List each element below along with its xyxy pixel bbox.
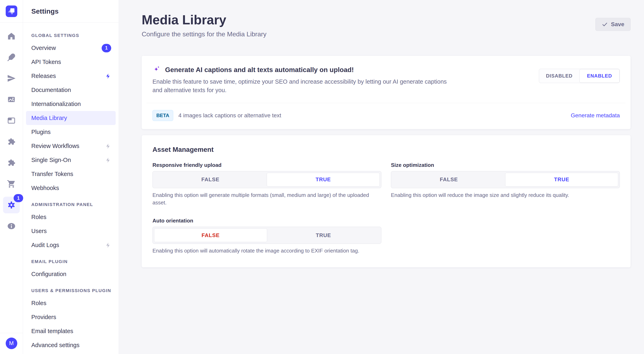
sidebar-item-internationalization[interactable]: Internationalization (26, 97, 116, 111)
sidebar-item-review-workflows[interactable]: Review Workflows (26, 139, 116, 153)
sidebar-item-email-configuration[interactable]: Configuration (26, 267, 116, 281)
lightning-icon (105, 242, 111, 248)
ai-captions-card: Generate AI captions and alt texts autom… (142, 56, 630, 129)
puzzle-icon[interactable] (0, 131, 23, 152)
asset-management-card: Asset Management Responsive friendly upl… (142, 135, 630, 267)
field-label: Size optimization (391, 162, 620, 168)
section-label: Administration panel (31, 202, 116, 207)
sidebar-title: Settings (31, 7, 58, 15)
beta-row: BETA 4 images lack captions or alternati… (142, 103, 630, 129)
missing-captions-status: 4 images lack captions or alternative te… (178, 112, 281, 119)
rail-footer: M (0, 333, 23, 354)
section-label: Email plugin (31, 259, 116, 264)
settings-notification-badge: 1 (14, 194, 23, 202)
sidebar-item-providers[interactable]: Providers (26, 310, 116, 324)
settings-nav: Global settings Overview 1 API Tokens Re… (23, 23, 119, 352)
item-label: Internationalization (31, 101, 81, 107)
item-label: Email templates (31, 328, 73, 335)
save-button-label: Save (611, 21, 624, 28)
responsive-upload-toggle: FALSE TRUE (152, 171, 381, 188)
item-label: Overview (31, 45, 56, 51)
section-email-plugin: Email plugin Configuration (26, 259, 116, 281)
sidebar-item-api-tokens[interactable]: API Tokens (26, 55, 116, 69)
item-label: Plugins (31, 129, 50, 135)
field-hint: Enabling this option will automatically … (152, 247, 381, 255)
settings-rail-item[interactable]: 1 (0, 194, 23, 215)
toggle-option-false[interactable]: FALSE (392, 173, 505, 186)
sidebar-item-up-roles[interactable]: Roles (26, 296, 116, 310)
info-icon[interactable] (0, 215, 23, 237)
ai-banner-title-text: Generate AI captions and alt texts autom… (165, 66, 354, 74)
strapi-logo[interactable] (6, 5, 17, 17)
toggle-option-true[interactable]: TRUE (267, 173, 380, 186)
toggle-option-true[interactable]: TRUE (505, 173, 618, 186)
sidebar-item-single-sign-on[interactable]: Single Sign-On (26, 153, 116, 167)
sidebar-item-users[interactable]: Users (26, 224, 116, 238)
item-label: Releases (31, 73, 56, 79)
user-avatar[interactable]: M (6, 338, 17, 349)
sidebar-item-plugins[interactable]: Plugins (26, 125, 116, 139)
page-subtitle: Configure the settings for the Media Lib… (142, 30, 266, 38)
item-label: Audit Logs (31, 242, 59, 248)
field-hint: Enabling this option will generate multi… (152, 191, 381, 207)
check-icon (602, 21, 608, 27)
toggle-option-true[interactable]: TRUE (267, 228, 380, 242)
item-label: Users (31, 228, 47, 234)
page-title: Media Library (142, 12, 266, 28)
item-label: Roles (31, 214, 46, 220)
puzzle-icon[interactable] (0, 152, 23, 173)
layout-icon[interactable] (0, 110, 23, 131)
section-users-permissions-plugin: Users & Permissions plugin Roles Provide… (26, 288, 116, 352)
settings-sidebar: Settings Global settings Overview 1 API … (23, 0, 119, 354)
cart-icon[interactable] (0, 173, 23, 194)
field-size-optimization: Size optimization FALSE TRUE Enabling th… (391, 162, 620, 207)
item-label: Roles (31, 300, 46, 307)
gear-icon (7, 200, 16, 209)
ai-banner-description: Enable this feature to save time, optimi… (152, 77, 453, 94)
feather-icon[interactable] (0, 47, 23, 68)
sidebar-item-releases[interactable]: Releases (26, 69, 116, 83)
sidebar-item-overview[interactable]: Overview 1 (26, 41, 116, 55)
item-label: Documentation (31, 87, 71, 93)
sidebar-item-webhooks[interactable]: Webhooks (26, 181, 116, 195)
sidebar-header: Settings (23, 0, 119, 23)
paper-plane-icon[interactable] (0, 68, 23, 89)
toggle-option-false[interactable]: FALSE (154, 228, 267, 242)
generate-metadata-link[interactable]: Generate metadata (571, 112, 620, 119)
sidebar-item-documentation[interactable]: Documentation (26, 83, 116, 97)
asset-management-grid: Responsive friendly upload FALSE TRUE En… (152, 162, 620, 255)
media-icon[interactable] (0, 89, 23, 110)
main-content: Media Library Configure the settings for… (119, 0, 644, 354)
sidebar-item-email-templates[interactable]: Email templates (26, 324, 116, 338)
sidebar-item-media-library[interactable]: Media Library (26, 111, 116, 125)
lightning-icon (105, 73, 111, 79)
item-label: Single Sign-On (31, 157, 71, 164)
sidebar-item-audit-logs[interactable]: Audit Logs (26, 238, 116, 252)
section-administration-panel: Administration panel Roles Users Audit L… (26, 202, 116, 252)
section-global-settings: Global settings Overview 1 API Tokens Re… (26, 33, 116, 195)
toggle-option-false[interactable]: FALSE (154, 173, 267, 186)
auto-orientation-toggle: FALSE TRUE (152, 227, 381, 244)
item-label: Configuration (31, 271, 66, 277)
save-button[interactable]: Save (596, 18, 630, 31)
ai-banner-text: Generate AI captions and alt texts autom… (152, 66, 453, 94)
toggle-option-enabled[interactable]: ENABLED (579, 69, 620, 83)
lightning-icon (105, 143, 111, 149)
rail-nav: 1 (0, 25, 23, 237)
beta-badge: BETA (152, 110, 173, 121)
item-label: Providers (31, 314, 56, 321)
toggle-option-disabled[interactable]: DISABLED (539, 69, 579, 83)
field-label: Responsive friendly upload (152, 162, 381, 168)
home-icon[interactable] (0, 25, 23, 47)
sidebar-item-admin-roles[interactable]: Roles (26, 210, 116, 224)
strapi-logo-icon (6, 5, 17, 17)
item-label: Advanced settings (31, 342, 80, 349)
lightning-icon (105, 157, 111, 163)
field-responsive-friendly-upload: Responsive friendly upload FALSE TRUE En… (152, 162, 381, 207)
notification-badge: 1 (102, 44, 111, 52)
sidebar-item-transfer-tokens[interactable]: Transfer Tokens (26, 167, 116, 181)
asset-management-title: Asset Management (152, 146, 620, 154)
field-label: Auto orientation (152, 218, 381, 224)
sidebar-item-advanced-settings[interactable]: Advanced settings (26, 338, 116, 352)
ai-banner-row: Generate AI captions and alt texts autom… (142, 56, 630, 94)
